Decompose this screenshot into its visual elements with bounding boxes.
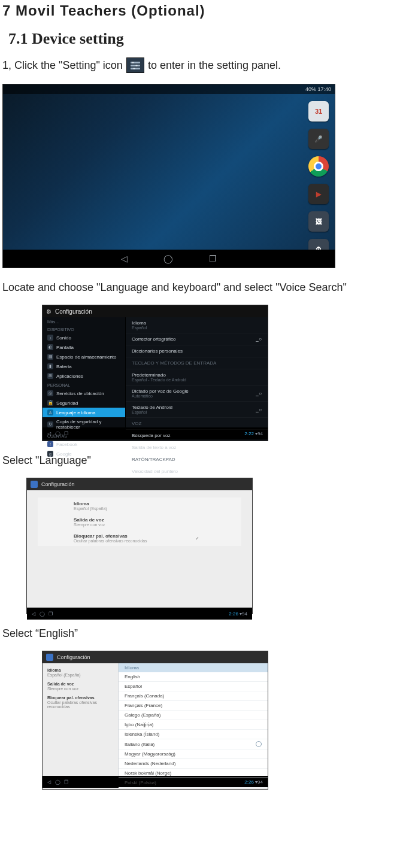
screenshot-voice-search-settings: Configuración Idioma Español (España) Sa… [26, 478, 253, 614]
sidebar-header-personal: PERSONAL [43, 381, 125, 389]
detail-diccionarios: Diccionarios personales [126, 345, 268, 357]
detail-label: Corrector ortográfico [132, 336, 175, 342]
language-option: Magyar (Magyarország) [119, 749, 268, 759]
row-label: Bloquear pal. ofensivas [47, 696, 113, 700]
language-label: English [125, 674, 140, 679]
screenshot-settings-language: ⚙ Configuración Más... DISPOSITIVO ♪Soni… [42, 305, 268, 441]
sidebar-label: Facebook [56, 442, 77, 447]
checkmark-icon: ✓ [195, 536, 199, 541]
nav-recent-icon: ❐ [209, 254, 217, 263]
settings-title: Configuración [55, 308, 92, 315]
language-label: Nederlands (Nederland) [125, 761, 175, 766]
sidebar-item-backup: ↻Copia de seguridad y restablecer [43, 417, 125, 432]
sidebar-label: Copia de seguridad y restablecer [56, 419, 120, 430]
row-idioma: Idioma Español (España) [38, 497, 241, 514]
row-sublabel: Siempre con voz [74, 523, 205, 527]
language-label: Igbo (Naịjịrịa) [125, 722, 153, 727]
sidebar-label: Servicios de ubicación [56, 391, 104, 396]
language-icon: A [47, 409, 53, 415]
svg-point-4 [135, 65, 137, 66]
nav-back-icon: ◁ [121, 254, 128, 263]
sidebar-label: Google [56, 451, 72, 457]
settings-detail-pane: IdiomaEspañol Corrector ortográfico⎯○ Di… [125, 317, 268, 427]
svg-point-5 [133, 68, 135, 69]
detail-predeterminado: PredeterminadoEspañol - Teclado de Andro… [126, 369, 268, 386]
settings-header: Configuración [27, 478, 252, 490]
step-1-text: 1, Click the "Setting" icon to enter in … [2, 57, 398, 73]
detail-header-voz: VOZ [126, 418, 268, 430]
row-label: Salida de voz [47, 682, 113, 686]
paragraph-4: Select “English” [2, 627, 398, 640]
settings-icon-small [31, 481, 38, 488]
settings-header: ⚙ Configuración [43, 305, 268, 317]
settings-title: Configuración [57, 654, 90, 660]
svg-rect-0 [131, 62, 140, 63]
settings-icon-small [46, 654, 53, 661]
language-option: Français (France) [119, 701, 268, 711]
language-label: Français (France) [125, 703, 162, 708]
mic-app-icon: 🎤 [308, 129, 329, 149]
row-bloquear-ofensivas: Bloquear pal. ofensivas Ocultar palabras… [38, 530, 241, 546]
voice-settings-sidebar: Idioma Español (España) Salida de voz Si… [43, 663, 119, 776]
step-1-text-a: 1, Click the "Setting" icon [2, 59, 123, 72]
language-option: Nederlands (Nederland) [119, 759, 268, 769]
sidebar-item-sound: ♪Sonido [43, 333, 125, 342]
detail-idioma: IdiomaEspañol [126, 317, 268, 333]
language-label: Polski (Polska) [125, 780, 156, 785]
settings-sidebar: Más... DISPOSITIVO ♪Sonido ◐Pantalla ▤Es… [43, 317, 125, 427]
sidebar-header-device: DISPOSITIVO [43, 325, 125, 333]
display-icon: ◐ [47, 344, 53, 350]
sidebar-header-more: Más... [43, 317, 125, 325]
language-option: Igbo (Naịjịrịa) [119, 720, 268, 730]
lock-icon: 🔒 [47, 400, 53, 406]
storage-icon: ▤ [47, 354, 53, 360]
sidebar-item-language: ALenguaje e idioma [43, 408, 125, 417]
settings-header: Configuración [43, 651, 268, 663]
screenshot-home-screen: 40% 17:40 31 🎤 ▶ 🖼 ⚙ ◁ ◯ ❐ [2, 84, 335, 268]
language-option: Français (Canada) [119, 691, 268, 701]
row-sublabel: Ocultar palabras ofensivas reconocidas [47, 700, 113, 709]
step-1-text-b: to enter in the setting panel. [148, 59, 281, 72]
sidebar-label: Seguridad [56, 400, 78, 406]
sidebar-item-security: 🔒Seguridad [43, 398, 125, 408]
row-label: Bloquear pal. ofensivas [74, 533, 205, 539]
detail-label: Diccionarios personales [132, 348, 183, 354]
sidebar-item-location: ◎Servicios de ubicación [43, 389, 125, 398]
detail-android-keyboard: Teclado de AndroidEspañol⎯○ [126, 402, 268, 418]
android-nav-bar: ◁ ◯ ❐ [3, 250, 335, 268]
language-option: Islenska (Ísland) [119, 730, 268, 739]
paragraph-2: Locate and choose "Language and keyboard… [2, 281, 398, 294]
language-label: Italiano (Italia) [125, 742, 154, 747]
slider-icon: ⎯○ [256, 407, 262, 412]
nav-icons: ◁ ◯ ❐ [32, 611, 53, 617]
sidebar-item-google: gGoogle [43, 449, 125, 459]
language-label: Norsk bokmål (Norge) [125, 770, 171, 776]
sidebar-item-battery: ▮Batería [43, 362, 125, 371]
nav-icons: ◁ ◯ ❐ [47, 779, 68, 785]
detail-label: Dictado por voz de Google [132, 389, 189, 394]
radio-icon [256, 741, 262, 747]
detail-corrector: Corrector ortográfico⎯○ [126, 333, 268, 345]
nav-home-icon: ◯ [163, 254, 173, 263]
apps-icon: ⊞ [47, 373, 53, 379]
slider-icon: ⎯○ [256, 391, 262, 396]
facebook-icon: f [47, 441, 53, 447]
detail-header-raton: RATÓN/TRACKPAD [126, 454, 268, 466]
nav-icons: ◁ ◯ ❐ [47, 431, 68, 436]
sound-icon: ♪ [47, 335, 53, 341]
detail-label: Teclado de Android [132, 405, 172, 410]
row-label: Salida de voz [74, 517, 205, 523]
language-option: English [119, 672, 268, 682]
sidebar-item-display: ◐Pantalla [43, 342, 125, 352]
settings-icon-small: ⚙ [46, 308, 51, 315]
location-icon: ◎ [47, 390, 53, 396]
language-option: Italiano (Italia) [119, 739, 268, 749]
detail-header-teclado: TECLADO Y MÉTODOS DE ENTRADA [126, 357, 268, 369]
detail-google-voice: Dictado por voz de GoogleAutomático⎯○ [126, 386, 268, 402]
language-option: Norsk bokmål (Norge) [119, 769, 268, 778]
sidebar-label: Pantalla [56, 345, 74, 350]
slider-icon: ⎯○ [256, 336, 262, 342]
backup-icon: ↻ [47, 421, 53, 427]
chrome-app-icon [308, 156, 329, 177]
nav-bar: ◁ ◯ ❐ 2:26 ▾94 [27, 608, 252, 620]
